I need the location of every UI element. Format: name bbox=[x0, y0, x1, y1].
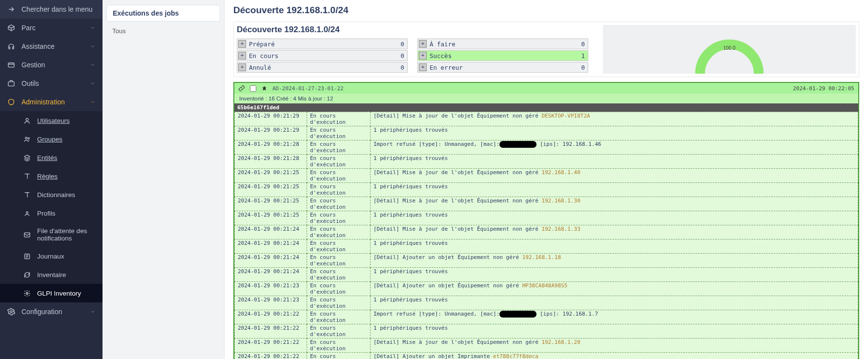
counters-right: +À faire0 +Succès1 +En erreur0 bbox=[417, 39, 588, 73]
svg-rect-1 bbox=[8, 82, 14, 86]
log-link[interactable]: 192.168.1.18 bbox=[522, 254, 561, 260]
sidebar: Chercher dans le menu Parc Assistance Ge… bbox=[0, 0, 103, 359]
page-title: Découverte 192.168.1.0/24 bbox=[233, 5, 859, 16]
sidebar-item-utilisateurs[interactable]: Utilisateurs bbox=[0, 111, 103, 130]
log-row: 2024-01-29 00:21:22En cours d'exécution1… bbox=[235, 324, 858, 339]
log-row: 2024-01-29 00:21:24En cours d'exécution1… bbox=[235, 239, 858, 254]
log-message: [Détail] Mise à jour de l'objet Équipeme… bbox=[371, 169, 858, 183]
news-icon bbox=[22, 252, 31, 260]
arrow-right-icon bbox=[7, 5, 16, 14]
log-message: 1 périphériques trouvés bbox=[371, 155, 858, 169]
log-status: En cours d'exécution bbox=[307, 296, 371, 310]
sidebar-item-profils[interactable]: Profils bbox=[0, 204, 103, 222]
log-row: 2024-01-29 00:21:28En cours d'exécution1… bbox=[235, 155, 858, 169]
svg-rect-0 bbox=[8, 63, 14, 67]
log-row: 2024-01-29 00:21:23En cours d'exécution[… bbox=[235, 282, 858, 296]
log-message: [Détail] Ajouter un objet Équipement non… bbox=[371, 282, 858, 296]
log-row: 2024-01-29 00:21:25En cours d'exécution[… bbox=[235, 197, 858, 211]
log-message: 1 périphériques trouvés bbox=[371, 126, 858, 140]
pin-icon[interactable] bbox=[261, 85, 268, 92]
sidebar-item-parc[interactable]: Parc bbox=[0, 19, 103, 37]
log-status: En cours d'exécution bbox=[307, 254, 371, 268]
log-timestamp: 2024-01-29 00:21:24 bbox=[235, 239, 307, 254]
expand-icon[interactable]: + bbox=[419, 52, 427, 60]
log-timestamp: 2024-01-29 00:21:23 bbox=[235, 282, 307, 296]
sidebar-item-inventaire[interactable]: Inventaire bbox=[0, 265, 103, 284]
sidebar-item-journaux[interactable]: Journaux bbox=[0, 247, 103, 265]
sidebar-item-dictionnaires[interactable]: Dictionnaires bbox=[0, 185, 103, 204]
log-link[interactable]: 192.168.1.33 bbox=[541, 226, 580, 232]
sidebar-item-assistance[interactable]: Assistance bbox=[0, 37, 103, 56]
svg-point-8 bbox=[26, 292, 28, 294]
layers-icon bbox=[22, 153, 31, 162]
log-row: 2024-01-29 00:21:23En cours d'exécution1… bbox=[235, 296, 858, 310]
log-row: 2024-01-29 00:21:25En cours d'exécution1… bbox=[235, 211, 858, 225]
log-message: 1 périphériques trouvés bbox=[371, 324, 858, 339]
log-message: [Détail] Mise à jour de l'objet Équipeme… bbox=[371, 225, 858, 239]
counter-annule: +Annulé0 bbox=[237, 62, 408, 73]
counter-erreur: +En erreur0 bbox=[417, 62, 588, 73]
expand-icon[interactable]: + bbox=[238, 63, 246, 71]
sidebar-search[interactable]: Chercher dans le menu bbox=[0, 0, 103, 19]
sidebar-item-regles[interactable]: Règles bbox=[0, 167, 103, 185]
sec-item-tous[interactable]: Tous bbox=[103, 24, 224, 38]
sidebar-item-configuration[interactable]: Configuration bbox=[0, 302, 103, 321]
log-row: 2024-01-29 00:21:24En cours d'exécution[… bbox=[235, 225, 858, 239]
log-link[interactable]: et788c77f8deca bbox=[493, 353, 538, 359]
job-checkbox[interactable] bbox=[250, 85, 256, 92]
log-timestamp: 2024-01-29 00:21:22 bbox=[235, 339, 307, 353]
log-timestamp: 2024-01-29 00:21:22 bbox=[235, 324, 307, 339]
svg-rect-6 bbox=[24, 233, 29, 237]
sidebar-item-entites[interactable]: Entités bbox=[0, 148, 103, 167]
log-row: 2024-01-29 00:21:22En cours d'exécution[… bbox=[235, 353, 858, 359]
log-link[interactable]: 192.168.1.30 bbox=[541, 198, 580, 204]
log-message: 1 périphériques trouvés bbox=[371, 296, 858, 310]
log-status: En cours d'exécution bbox=[307, 126, 371, 140]
log-message: [Détail] Ajouter un objet Imprimante et7… bbox=[371, 353, 858, 359]
expand-icon[interactable]: + bbox=[419, 63, 427, 71]
expand-icon[interactable]: + bbox=[238, 52, 246, 60]
admin-submenu: Utilisateurs Groupes Entités Règles Dict… bbox=[0, 111, 103, 302]
expand-icon[interactable]: + bbox=[238, 40, 246, 48]
log-link[interactable]: 192.168.1.40 bbox=[541, 169, 580, 176]
log-timestamp: 2024-01-29 00:21:29 bbox=[235, 126, 307, 140]
svg-point-5 bbox=[26, 211, 28, 213]
sidebar-item-glpi-inventory[interactable]: GLPI Inventory bbox=[0, 284, 103, 302]
log-timestamp: 2024-01-29 00:21:24 bbox=[235, 225, 307, 239]
counter-afaire: +À faire0 bbox=[417, 39, 588, 49]
summary-panel: Découverte 192.168.1.0/24 +Préparé0 +En … bbox=[233, 21, 859, 77]
counter-prepare: +Préparé0 bbox=[237, 39, 408, 49]
link-icon[interactable] bbox=[238, 85, 245, 92]
sidebar-item-outils[interactable]: Outils bbox=[0, 74, 103, 93]
log-message: [Détail] Mise à jour de l'objet Équipeme… bbox=[371, 339, 858, 353]
log-status: En cours d'exécution bbox=[307, 239, 371, 254]
chevron-down-icon bbox=[90, 309, 96, 315]
job-code: AD-2024-01-27-23-01-22 bbox=[272, 85, 344, 92]
log-message: 1 périphériques trouvés bbox=[371, 268, 858, 282]
log-status: En cours d'exécution bbox=[307, 268, 371, 282]
log-status: En cours d'exécution bbox=[307, 225, 371, 239]
gauge-chart: 100.0 bbox=[603, 25, 856, 74]
mail-queue-icon bbox=[22, 230, 31, 239]
sidebar-item-administration[interactable]: Administration bbox=[0, 93, 103, 111]
sidebar-item-groupes[interactable]: Groupes bbox=[0, 130, 103, 148]
chevron-down-icon bbox=[90, 80, 96, 86]
log-message: [Détail] Mise à jour de l'objet Équipeme… bbox=[371, 112, 858, 126]
log-status: En cours d'exécution bbox=[307, 112, 371, 126]
expand-icon[interactable]: + bbox=[419, 40, 427, 48]
log-timestamp: 2024-01-29 00:21:28 bbox=[235, 140, 307, 155]
sidebar-item-gestion[interactable]: Gestion bbox=[0, 56, 103, 74]
sidebar-item-file-attente[interactable]: File d'attente des notifications bbox=[0, 222, 103, 247]
refresh-icon bbox=[22, 270, 31, 279]
book-icon bbox=[22, 190, 31, 199]
log-link[interactable]: HP38CA848A98S5 bbox=[522, 282, 568, 289]
main-content: Découverte 192.168.1.0/24 Découverte 192… bbox=[225, 0, 868, 359]
redacted-mac bbox=[499, 141, 537, 148]
log-link[interactable]: DESKTOP-VPI8T2A bbox=[541, 113, 590, 119]
log-status: En cours d'exécution bbox=[307, 140, 371, 155]
log-status: En cours d'exécution bbox=[307, 197, 371, 211]
log-link[interactable]: 192.168.1.20 bbox=[541, 339, 580, 345]
wallet-icon bbox=[7, 60, 16, 69]
counter-succes: +Succès1 bbox=[417, 50, 588, 61]
log-status: En cours d'exécution bbox=[307, 211, 371, 225]
